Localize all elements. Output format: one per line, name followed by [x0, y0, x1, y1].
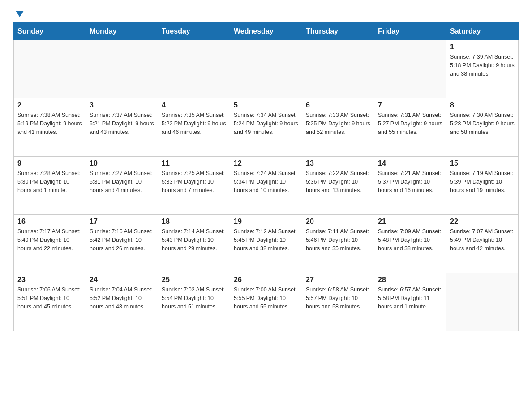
- calendar-cell: 5Sunrise: 7:34 AM Sunset: 5:24 PM Daylig…: [230, 98, 302, 157]
- day-info: Sunrise: 7:19 AM Sunset: 5:39 PM Dayligh…: [450, 169, 515, 194]
- day-info: Sunrise: 7:21 AM Sunset: 5:37 PM Dayligh…: [378, 169, 442, 194]
- day-info: Sunrise: 7:37 AM Sunset: 5:21 PM Dayligh…: [90, 111, 154, 136]
- day-info: Sunrise: 7:30 AM Sunset: 5:28 PM Dayligh…: [450, 111, 515, 136]
- logo: [13, 9, 25, 18]
- day-number: 9: [17, 159, 82, 167]
- day-number: 24: [90, 276, 154, 284]
- calendar-cell: 17Sunrise: 7:16 AM Sunset: 5:42 PM Dayli…: [86, 215, 158, 273]
- day-info: Sunrise: 7:14 AM Sunset: 5:43 PM Dayligh…: [162, 227, 226, 253]
- calendar-cell: 6Sunrise: 7:33 AM Sunset: 5:25 PM Daylig…: [302, 98, 374, 157]
- day-number: 23: [17, 276, 82, 284]
- calendar-cell: 3Sunrise: 7:37 AM Sunset: 5:21 PM Daylig…: [86, 98, 158, 157]
- day-info: Sunrise: 7:17 AM Sunset: 5:40 PM Dayligh…: [17, 227, 82, 253]
- calendar-cell: [14, 40, 86, 98]
- calendar-cell: [302, 40, 374, 98]
- day-number: 7: [378, 101, 442, 109]
- day-number: 14: [378, 159, 442, 167]
- day-number: 10: [90, 159, 154, 167]
- calendar-table: SundayMondayTuesdayWednesdayThursdayFrid…: [13, 22, 519, 331]
- weekday-header: Thursday: [302, 23, 374, 40]
- day-info: Sunrise: 7:07 AM Sunset: 5:49 PM Dayligh…: [450, 227, 515, 253]
- svg-marker-0: [16, 11, 24, 17]
- weekday-header: Tuesday: [158, 23, 230, 40]
- day-number: 17: [90, 218, 154, 226]
- day-info: Sunrise: 6:57 AM Sunset: 5:58 PM Dayligh…: [378, 286, 442, 311]
- weekday-header: Wednesday: [230, 23, 302, 40]
- day-number: 18: [162, 218, 226, 226]
- calendar-cell: 20Sunrise: 7:11 AM Sunset: 5:46 PM Dayli…: [302, 215, 374, 273]
- calendar-cell: 13Sunrise: 7:22 AM Sunset: 5:36 PM Dayli…: [302, 157, 374, 215]
- logo-arrow-icon: [15, 9, 25, 19]
- day-number: 15: [450, 159, 515, 167]
- day-number: 21: [378, 218, 442, 226]
- page-header: [13, 9, 519, 18]
- day-number: 19: [234, 218, 298, 226]
- day-number: 12: [234, 159, 298, 167]
- day-info: Sunrise: 7:31 AM Sunset: 5:27 PM Dayligh…: [378, 111, 442, 136]
- calendar-cell: [230, 40, 302, 98]
- calendar-cell: 2Sunrise: 7:38 AM Sunset: 5:19 PM Daylig…: [14, 98, 86, 157]
- day-number: 2: [17, 101, 82, 109]
- day-info: Sunrise: 7:28 AM Sunset: 5:30 PM Dayligh…: [17, 169, 82, 194]
- day-info: Sunrise: 7:12 AM Sunset: 5:45 PM Dayligh…: [234, 227, 298, 253]
- calendar-cell: 18Sunrise: 7:14 AM Sunset: 5:43 PM Dayli…: [158, 215, 230, 273]
- calendar-cell: 4Sunrise: 7:35 AM Sunset: 5:22 PM Daylig…: [158, 98, 230, 157]
- day-number: 5: [234, 101, 298, 109]
- calendar-week-row: 23Sunrise: 7:06 AM Sunset: 5:51 PM Dayli…: [14, 273, 519, 331]
- calendar-cell: 23Sunrise: 7:06 AM Sunset: 5:51 PM Dayli…: [14, 273, 86, 331]
- calendar-cell: 21Sunrise: 7:09 AM Sunset: 5:48 PM Dayli…: [374, 215, 446, 273]
- day-info: Sunrise: 7:02 AM Sunset: 5:54 PM Dayligh…: [162, 286, 226, 311]
- day-number: 16: [17, 218, 82, 226]
- calendar-week-row: 16Sunrise: 7:17 AM Sunset: 5:40 PM Dayli…: [14, 215, 519, 273]
- calendar-cell: [446, 273, 519, 331]
- day-info: Sunrise: 7:04 AM Sunset: 5:52 PM Dayligh…: [90, 286, 154, 311]
- calendar-cell: 25Sunrise: 7:02 AM Sunset: 5:54 PM Dayli…: [158, 273, 230, 331]
- weekday-header: Friday: [374, 23, 446, 40]
- calendar-cell: 19Sunrise: 7:12 AM Sunset: 5:45 PM Dayli…: [230, 215, 302, 273]
- calendar-cell: 1Sunrise: 7:39 AM Sunset: 5:18 PM Daylig…: [446, 40, 519, 98]
- day-number: 20: [306, 218, 370, 226]
- day-number: 11: [162, 159, 226, 167]
- day-number: 6: [306, 101, 370, 109]
- calendar-cell: [86, 40, 158, 98]
- day-info: Sunrise: 7:09 AM Sunset: 5:48 PM Dayligh…: [378, 227, 442, 253]
- day-info: Sunrise: 7:38 AM Sunset: 5:19 PM Dayligh…: [17, 111, 82, 136]
- calendar-cell: 22Sunrise: 7:07 AM Sunset: 5:49 PM Dayli…: [446, 215, 519, 273]
- day-info: Sunrise: 7:27 AM Sunset: 5:31 PM Dayligh…: [90, 169, 154, 194]
- calendar-cell: 28Sunrise: 6:57 AM Sunset: 5:58 PM Dayli…: [374, 273, 446, 331]
- calendar-cell: [158, 40, 230, 98]
- day-info: Sunrise: 7:24 AM Sunset: 5:34 PM Dayligh…: [234, 169, 298, 194]
- calendar-cell: 14Sunrise: 7:21 AM Sunset: 5:37 PM Dayli…: [374, 157, 446, 215]
- day-info: Sunrise: 7:00 AM Sunset: 5:55 PM Dayligh…: [234, 286, 298, 311]
- day-info: Sunrise: 6:58 AM Sunset: 5:57 PM Dayligh…: [306, 286, 370, 311]
- calendar-week-row: 2Sunrise: 7:38 AM Sunset: 5:19 PM Daylig…: [14, 98, 519, 157]
- day-number: 13: [306, 159, 370, 167]
- calendar-cell: 27Sunrise: 6:58 AM Sunset: 5:57 PM Dayli…: [302, 273, 374, 331]
- day-number: 1: [450, 43, 515, 51]
- day-number: 4: [162, 101, 226, 109]
- day-number: 26: [234, 276, 298, 284]
- day-info: Sunrise: 7:25 AM Sunset: 5:33 PM Dayligh…: [162, 169, 226, 194]
- calendar-cell: 26Sunrise: 7:00 AM Sunset: 5:55 PM Dayli…: [230, 273, 302, 331]
- day-number: 8: [450, 101, 515, 109]
- calendar-cell: 9Sunrise: 7:28 AM Sunset: 5:30 PM Daylig…: [14, 157, 86, 215]
- weekday-header: Saturday: [446, 23, 519, 40]
- day-number: 22: [450, 218, 515, 226]
- calendar-cell: 16Sunrise: 7:17 AM Sunset: 5:40 PM Dayli…: [14, 215, 86, 273]
- weekday-header: Sunday: [14, 23, 86, 40]
- day-info: Sunrise: 7:39 AM Sunset: 5:18 PM Dayligh…: [450, 53, 515, 78]
- weekday-header: Monday: [86, 23, 158, 40]
- calendar-cell: [374, 40, 446, 98]
- calendar-cell: 12Sunrise: 7:24 AM Sunset: 5:34 PM Dayli…: [230, 157, 302, 215]
- day-info: Sunrise: 7:16 AM Sunset: 5:42 PM Dayligh…: [90, 227, 154, 253]
- calendar-cell: 8Sunrise: 7:30 AM Sunset: 5:28 PM Daylig…: [446, 98, 519, 157]
- calendar-cell: 7Sunrise: 7:31 AM Sunset: 5:27 PM Daylig…: [374, 98, 446, 157]
- day-info: Sunrise: 7:33 AM Sunset: 5:25 PM Dayligh…: [306, 111, 370, 136]
- calendar-cell: 15Sunrise: 7:19 AM Sunset: 5:39 PM Dayli…: [446, 157, 519, 215]
- calendar-cell: 11Sunrise: 7:25 AM Sunset: 5:33 PM Dayli…: [158, 157, 230, 215]
- day-info: Sunrise: 7:34 AM Sunset: 5:24 PM Dayligh…: [234, 111, 298, 136]
- day-number: 28: [378, 276, 442, 284]
- day-number: 27: [306, 276, 370, 284]
- calendar-header-row: SundayMondayTuesdayWednesdayThursdayFrid…: [14, 23, 519, 40]
- day-info: Sunrise: 7:06 AM Sunset: 5:51 PM Dayligh…: [17, 286, 82, 311]
